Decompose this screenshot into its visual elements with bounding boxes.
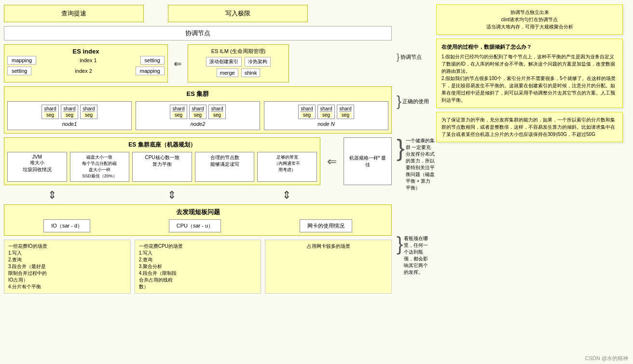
note-cpu: 一些花费CPU的场景 1.写入 2.查询 3.聚合分析 4.段合并（限制段 合并… [135,240,261,294]
sticky-coord: 协调节点独立出来 clint请求均匀打在协调节点 适当调大堆内存，可用于大规模聚… [436,4,623,35]
node1-label: node1 [11,121,128,127]
nodeN-label: node N [267,121,385,127]
index1-row: mapping index 1 setting [7,56,165,65]
node1-box: shard seg shard seg shard seg node1 [7,101,132,130]
write-limit-box: 写入极限 [168,5,308,22]
bottleneck-nic: 网卡的使用情况 [300,219,352,232]
shard-1-1: shard seg [41,105,59,119]
main-container: 查询提速 写入极限 协调节点 ES index mapping index 1 … [0,0,633,364]
arrows-row: ⇕ ⇕ ⇕ [4,189,392,202]
query-speed-label: 查询提速 [61,10,86,17]
index2-label: index 2 [34,68,132,74]
left-panel: 查询提速 写入极限 协调节点 ES index mapping index 1 … [0,0,396,364]
machine-box: ES 集群底座（机器规划） JVM 堆大小 垃圾回收情况 磁盘大小一致 每个节点… [4,137,320,185]
ilm-row1: 滚动创建索引 冷热架构 [191,57,286,67]
coord-bar-label: 协调节点 [185,29,210,37]
spec-separate-label: 机器规格一样* 最佳 [348,155,387,168]
machine-item-disk: 磁盘大小一致 每个节点分配的磁 盘大小一样 SSD最佳（20%） [70,152,130,182]
arrow1: ⇕ [4,189,100,202]
shard-1-3: shard seg [80,105,97,119]
es-ilm-box: ES ILM (生命周期管理) 滚动创建索引 冷热架构 merge shink [188,44,289,82]
setting1-box: setting [140,56,165,65]
arrow2: ⇕ [124,189,220,202]
bottleneck-title: 去发现短板问题 [9,208,386,216]
shard-2-1: shard seg [170,105,187,119]
sticky-skew-title: 在使用的过程中，数据倾斜了怎么办？ [441,43,618,51]
index2-row: setting index 2 mapping [7,67,165,75]
coord-annotation: } 协调节点 [397,52,422,62]
mapping2-box: mapping [136,67,165,75]
node2-box: shard seg shard seg shard seg node2 [136,101,260,130]
query-speed-box: 查询提速 [4,5,144,22]
index1-label: index 1 [39,57,137,63]
bottleneck-items: IO（sar - d） CPU（sar - u） 网卡的使用情况 [9,219,386,232]
cluster-title: ES 集群 [7,90,388,98]
mapping1-box: mapping [7,56,36,65]
nodeN-box: shard seg shard seg shard seg node N [264,101,388,130]
machine-title: ES 集群底座（机器规划） [7,141,317,149]
es-index-section: ES index mapping index 1 setting setting… [4,44,392,82]
nodeN-shards: shard seg shard seg shard seg [267,105,385,119]
top-row: 查询提速 写入极限 [4,5,392,22]
right-area: } 协调节点 } 正确的使用 } 一个健康的集群 一定要充分发挥分布式的算力，所… [396,0,633,364]
bottleneck-section: 去发现短板问题 IO（sar - d） CPU（sar - u） 网卡的使用情况 [4,204,392,236]
machine-item-bandwidth: 足够的带宽 （内网通常不 用考虑） [257,152,317,182]
arrow3: ⇕ [238,189,335,202]
coord-bar: 协调节点 [4,26,392,40]
shrink-label: shink [241,68,261,77]
cold-label: 冷热架构 [245,57,271,67]
es-cluster-box: ES 集群 shard seg shard seg sha [4,86,392,134]
bottleneck-io: IO（sar - d） [43,219,90,232]
healthy-annotation: } 一个健康的集群 一定要充分发挥分布式的算力，所以要特别关注平衡问题（磁盘平衡… [397,137,435,191]
bottleneck-right-label: 看瓶颈在哪里，任何一个达到瓶颈，都会影响其它两个的发挥。 [404,235,430,276]
bottleneck-annotation: } 看瓶颈在哪里，任何一个达到瓶颈，都会影响其它两个的发挥。 [397,235,430,276]
nodes-row: shard seg shard seg shard seg node1 [7,101,388,130]
correct-annotation: } 正确的使用 [397,94,429,108]
shard-2-3: shard seg [208,105,226,119]
coord-right-label: 协调节点 [400,54,422,61]
correct-right-label: 正确的使用 [402,98,429,105]
watermark: CSDN @水的精神 [585,355,628,362]
sticky-notes-panel: 协调节点独立出来 clint请求均匀打在协调节点 适当调大堆内存，可用于大规模聚… [434,2,625,144]
machine-items: JVM 堆大小 垃圾回收情况 磁盘大小一致 每个节点分配的磁 盘大小一样 SSD… [7,152,317,182]
sticky-compute: 为了保证算力的平衡，充分发挥集群的能力的，如果，一个所以索引的分片数和集群的节点… [436,112,623,142]
machine-item-jvm: JVM 堆大小 垃圾回收情况 [7,152,67,182]
ilm-to-index-arrow: ⇐ [172,44,184,82]
machine-section: ES 集群底座（机器规划） JVM 堆大小 垃圾回收情况 磁盘大小一致 每个节点… [4,137,392,185]
sticky-coord-text: 协调节点独立出来 clint请求均匀打在协调节点 适当调大堆内存，可用于大规模聚… [441,9,618,30]
sticky-skew: 在使用的过程中，数据倾斜了怎么办？ 1.假如分片已经均匀的分配到了每个节点上，这… [436,39,623,108]
roll-label: 滚动创建索引 [206,57,242,67]
es-index-box: ES index mapping index 1 setting setting… [4,44,168,82]
spec-separate-box: 机器规格一样* 最佳 [344,137,392,185]
machine-item-cpu: CPU核心数一致 算力平衡 [132,152,192,182]
write-limit-label: 写入极限 [225,10,250,17]
node2-label: node2 [139,121,257,127]
sticky-skew-content: 1.假如分片已经均匀的分配到了每个节点上，这种不平衡的产生是因为业务自定义了数据… [441,53,618,104]
shard-N-3: shard seg [337,105,354,119]
node1-shards: shard seg shard seg shard seg [11,105,128,119]
es-ilm-title: ES ILM (生命周期管理) [191,48,286,55]
brace-labels: } 协调节点 } 正确的使用 } 一个健康的集群 一定要充分发挥分布式的算力，所… [396,0,434,364]
node2-shards: shard seg shard seg shard seg [139,105,257,119]
shard-N-2: shard seg [317,105,335,119]
ilm-row2: merge shink [191,68,286,77]
bottleneck-cpu: CPU（sar - u） [169,219,221,232]
machine-item-node: 合理的节点数 能够满足读写 [195,152,255,182]
merge-label: merge [217,68,238,77]
es-index-title: ES index [7,48,165,55]
notes-row: 一些花费IO的场景 1.写入 2.查询 3.段合并（最好是 限制合并过程中的 I… [4,240,392,294]
shard-2-2: shard seg [189,105,206,119]
healthy-right-label: 一个健康的集群 一定要充分发挥分布式的算力，所以要特别关注平衡问题（磁盘平衡 +… [406,137,435,191]
setting2-box: setting [7,67,31,75]
shard-N-1: shard seg [298,105,316,119]
note-nic: 占用网卡较多的场景 [265,240,392,294]
shard-1-2: shard seg [61,105,78,119]
sticky-compute-text: 为了保证算力的平衡，充分发挥集群的能力的，如果，一个所以索引的分片数和集群的节点… [441,116,618,138]
note-io: 一些花费IO的场景 1.写入 2.查询 3.段合并（最好是 限制合并过程中的 I… [4,240,131,294]
